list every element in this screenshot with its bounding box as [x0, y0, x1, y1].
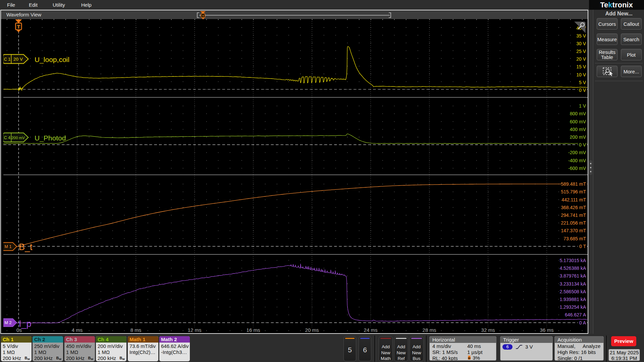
svg-text:589.481 mT: 589.481 mT [561, 181, 586, 187]
svg-text:0 A: 0 A [579, 320, 586, 325]
svg-text:10 V: 10 V [576, 72, 586, 77]
svg-text:8 ms: 8 ms [130, 327, 142, 333]
svg-text:3.233134 kA: 3.233134 kA [559, 281, 586, 287]
svg-text:T: T [469, 357, 470, 359]
svg-text:4 ms: 4 ms [72, 327, 83, 333]
svg-text:1.293254 kA: 1.293254 kA [559, 304, 586, 310]
svg-text:12 ms: 12 ms [188, 327, 202, 333]
svg-text:221.056 mT: 221.056 mT [561, 220, 586, 226]
svg-text:368.426 mT: 368.426 mT [561, 205, 586, 210]
svg-text:4.526388 kA: 4.526388 kA [559, 265, 586, 271]
svg-text:20 V: 20 V [576, 56, 586, 62]
svg-text:800 mV: 800 mV [570, 111, 586, 116]
svg-text:400 mV: 400 mV [570, 127, 586, 132]
svg-text:-400 mV: -400 mV [568, 158, 586, 163]
svg-text:0 V: 0 V [579, 87, 586, 93]
svg-text:-200 mV: -200 mV [568, 150, 586, 155]
svg-text:U_loop,coil: U_loop,coil [35, 56, 69, 64]
svg-text:600 mV: 600 mV [570, 119, 586, 124]
svg-text:515.796 mT: 515.796 mT [561, 189, 586, 194]
svg-text:646.627 A: 646.627 A [565, 312, 586, 317]
svg-text:M 1: M 1 [5, 244, 12, 249]
svg-text:294.741 mT: 294.741 mT [561, 213, 586, 218]
svg-text:0 T: 0 T [579, 244, 586, 249]
svg-text:0 V: 0 V [579, 142, 586, 147]
svg-text:32 ms: 32 ms [481, 327, 495, 333]
svg-text:36 ms: 36 ms [540, 327, 554, 333]
svg-text:T: T [202, 14, 204, 18]
svg-text:35 V: 35 V [576, 33, 586, 39]
svg-text:28 ms: 28 ms [423, 327, 436, 333]
svg-text:-600 mV: -600 mV [568, 166, 586, 171]
svg-text:5 V: 5 V [579, 80, 586, 85]
svg-text:T: T [17, 24, 20, 29]
svg-text:20 V: 20 V [13, 57, 23, 62]
svg-text:I_p: I_p [19, 319, 32, 329]
svg-text:1.939881 kA: 1.939881 kA [559, 297, 586, 302]
svg-text:2.586508 kA: 2.586508 kA [559, 289, 586, 294]
svg-text:3.879761 kA: 3.879761 kA [559, 273, 586, 279]
svg-text:200 mV: 200 mV [11, 136, 25, 140]
svg-text:1 V: 1 V [579, 103, 586, 109]
svg-text:147.370 mT: 147.370 mT [561, 228, 586, 233]
svg-text:15 V: 15 V [576, 64, 586, 69]
svg-text:24 ms: 24 ms [364, 327, 378, 333]
svg-text:30 V: 30 V [576, 41, 586, 46]
svg-text:C 4: C 4 [4, 135, 11, 140]
svg-text:200 mV: 200 mV [570, 134, 586, 140]
svg-text:U_Photod: U_Photod [35, 134, 66, 142]
svg-text:73.685 mT: 73.685 mT [564, 236, 586, 241]
svg-text:M 2: M 2 [5, 320, 12, 325]
svg-text:C 1: C 1 [4, 57, 11, 62]
svg-text:5.173015 kA: 5.173015 kA [559, 258, 586, 263]
svg-text:20 ms: 20 ms [305, 327, 319, 333]
svg-text:B_t: B_t [19, 242, 33, 252]
svg-text:25 V: 25 V [576, 49, 586, 54]
svg-text:16 ms: 16 ms [247, 327, 260, 333]
svg-text:442.111 mT: 442.111 mT [561, 197, 586, 202]
